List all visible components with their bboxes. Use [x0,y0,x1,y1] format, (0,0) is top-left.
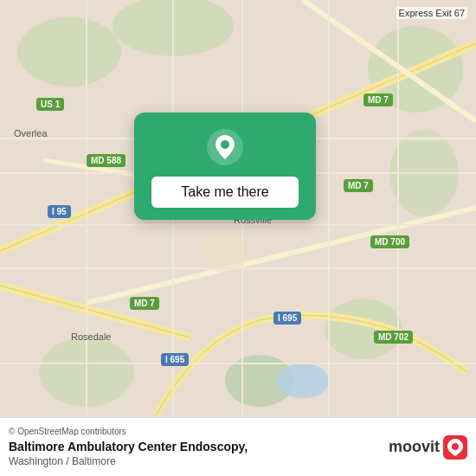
location-subtitle: Washington / Baltimore [9,455,380,467]
road-label-md7-mid: MD 7 [130,297,159,310]
svg-point-30 [452,443,459,450]
place-rosedale: Rosedale [71,331,111,342]
location-pin-icon [206,128,244,166]
road-label-md7-top: MD 7 [363,93,393,106]
map-container: Express Exit 67 US 1 MD 588 MD 7 I 95 MD… [0,0,476,476]
svg-point-28 [221,140,229,149]
osm-credit: © OpenStreetMap contributors [9,427,380,436]
moovit-icon [443,435,467,460]
road-label-md7-right: MD 7 [344,179,373,192]
road-label-i95-mid: I 95 [48,205,71,218]
bottom-bar-left: © OpenStreetMap contributors Baltimore A… [9,427,380,466]
road-label-md588: MD 588 [87,154,125,167]
svg-point-1 [17,17,121,87]
road-label-i695b: I 695 [161,353,189,366]
bottom-bar: © OpenStreetMap contributors Baltimore A… [0,417,476,476]
take-me-there-button[interactable]: Take me there [151,177,299,208]
moovit-text: moovit [389,438,440,456]
location-title: Baltimore Ambulatory Center Endoscopy, [9,439,380,454]
svg-point-26 [203,229,247,273]
card-overlay: Take me there [134,113,316,220]
road-label-md702: MD 702 [374,331,413,344]
svg-point-8 [277,363,329,398]
place-overlea: Overlea [14,128,48,138]
road-label-i695a: I 695 [273,312,301,325]
road-label-md700: MD 700 [370,235,409,248]
road-label-us1: US 1 [36,98,64,111]
moovit-logo: moovit [389,435,467,460]
express-exit-label: Express Exit 67 [396,7,467,19]
